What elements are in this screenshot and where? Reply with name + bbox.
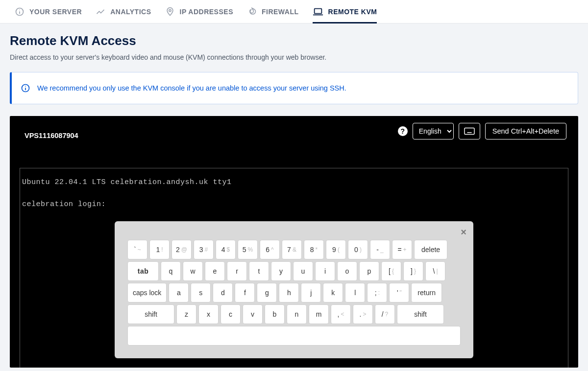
key-capslock[interactable]: caps lock	[127, 283, 167, 302]
keyboard-row-3: caps lockasdfghjkl;:'"return	[127, 283, 461, 302]
tab-analytics[interactable]: ANALYTICS	[96, 0, 151, 23]
keyboard-row-4: shiftzxcvbnm,<.>/?shift	[127, 304, 461, 324]
key-l[interactable]: l	[345, 283, 365, 302]
keyboard-icon	[464, 127, 475, 135]
key-s[interactable]: s	[191, 283, 211, 302]
key-g[interactable]: g	[257, 283, 277, 302]
svg-rect-9	[465, 128, 474, 135]
language-select[interactable]: English	[413, 123, 454, 139]
svg-rect-4	[314, 8, 321, 13]
kvm-header: VPS1116087904 ? English Send Ctrl+Alt+De…	[10, 116, 578, 139]
key-tab[interactable]: tab	[127, 261, 159, 281]
key-x[interactable]: x	[198, 304, 219, 324]
keyboard-row-space	[127, 326, 461, 346]
tab-label: IP ADDRESSES	[180, 8, 233, 16]
tab-label: YOUR SERVER	[29, 8, 82, 16]
key-shift[interactable]: shift	[397, 304, 444, 324]
key-k[interactable]: k	[323, 283, 343, 302]
key-7[interactable]: 7&	[282, 240, 302, 259]
key-8[interactable]: 8*	[304, 240, 324, 259]
key-sym[interactable]: \|	[425, 261, 445, 281]
key-o[interactable]: o	[337, 261, 357, 281]
button-label: Send Ctrl+Alt+Delete	[492, 127, 559, 135]
toggle-keyboard-button[interactable]	[459, 123, 480, 139]
flame-icon	[247, 7, 257, 17]
key-space[interactable]	[127, 326, 461, 346]
page-content: Remote KVM Access Direct access to your …	[0, 23, 588, 368]
laptop-icon	[313, 7, 323, 17]
key-f[interactable]: f	[235, 283, 255, 302]
key-v[interactable]: v	[243, 304, 263, 324]
trend-icon	[96, 7, 105, 17]
kvm-controls: ? English Send Ctrl+Alt+Delete	[398, 123, 566, 139]
page-description: Direct access to your server's keyboard …	[10, 53, 578, 61]
tab-ip-addresses[interactable]: IP ADDRESSES	[165, 0, 233, 23]
key-4[interactable]: 4$	[216, 240, 236, 259]
onscreen-keyboard: × `~1!2@3#4$5%6^7&8*9(0)-_=+delete tabqw…	[115, 221, 473, 358]
svg-point-8	[25, 86, 26, 87]
info-icon	[15, 7, 24, 17]
key-z[interactable]: z	[176, 304, 196, 324]
location-icon	[165, 7, 175, 17]
key-j[interactable]: j	[301, 283, 321, 302]
tab-firewall[interactable]: FIREWALL	[247, 0, 299, 23]
info-banner: We recommend you only use the KVM consol…	[10, 72, 578, 104]
keyboard-row-1: `~1!2@3#4$5%6^7&8*9(0)-_=+delete	[127, 240, 461, 259]
key-y[interactable]: y	[271, 261, 291, 281]
key-shift[interactable]: shift	[127, 304, 174, 324]
key-w[interactable]: w	[183, 261, 203, 281]
key-sym[interactable]: ;:	[367, 283, 387, 302]
info-icon	[21, 83, 30, 93]
terminal-frame[interactable]: Ubuntu 22.04.1 LTS celebration.andysh.uk…	[20, 168, 568, 368]
key-q[interactable]: q	[161, 261, 181, 281]
key-sym[interactable]: [{	[381, 261, 401, 281]
key-sym[interactable]: =+	[392, 240, 412, 259]
tab-remote-kvm[interactable]: REMOTE KVM	[313, 0, 377, 23]
key-5[interactable]: 5%	[238, 240, 258, 259]
key-delete[interactable]: delete	[414, 240, 447, 259]
key-1[interactable]: 1!	[149, 240, 170, 259]
terminal-output: Ubuntu 22.04.1 LTS celebration.andysh.uk…	[22, 177, 566, 210]
key-sym[interactable]: '"	[389, 283, 409, 302]
key-sym[interactable]: /?	[375, 304, 395, 324]
key-return[interactable]: return	[411, 283, 442, 302]
tab-label: FIREWALL	[262, 8, 299, 16]
svg-point-2	[19, 9, 20, 10]
key-p[interactable]: p	[359, 261, 379, 281]
key-sym[interactable]: .>	[353, 304, 373, 324]
svg-point-3	[169, 9, 171, 11]
page-title: Remote KVM Access	[10, 33, 578, 48]
key-c[interactable]: c	[220, 304, 241, 324]
key-3[interactable]: 3#	[194, 240, 214, 259]
key-h[interactable]: h	[279, 283, 299, 302]
server-id: VPS1116087904	[24, 123, 78, 139]
key-m[interactable]: m	[309, 304, 329, 324]
key-n[interactable]: n	[287, 304, 307, 324]
key-e[interactable]: e	[205, 261, 225, 281]
key-i[interactable]: i	[315, 261, 335, 281]
key-6[interactable]: 6^	[260, 240, 280, 259]
key-sym[interactable]: ,<	[331, 304, 351, 324]
key-9[interactable]: 9(	[326, 240, 346, 259]
key-sym[interactable]: -_	[370, 240, 390, 259]
key-0[interactable]: 0)	[348, 240, 368, 259]
keyboard-row-2: tabqwertyuiop[{]}\|	[127, 261, 461, 281]
key-r[interactable]: r	[227, 261, 247, 281]
tab-your-server[interactable]: YOUR SERVER	[15, 0, 82, 23]
key-2[interactable]: 2@	[172, 240, 192, 259]
key-sym[interactable]: ]}	[403, 261, 423, 281]
send-ctrl-alt-delete-button[interactable]: Send Ctrl+Alt+Delete	[485, 123, 566, 139]
tab-bar: YOUR SERVER ANALYTICS IP ADDRESSES FIREW…	[0, 0, 588, 23]
key-b[interactable]: b	[265, 304, 285, 324]
tab-label: REMOTE KVM	[328, 8, 377, 16]
key-u[interactable]: u	[293, 261, 313, 281]
key-a[interactable]: a	[169, 283, 189, 302]
tab-label: ANALYTICS	[110, 8, 151, 16]
help-icon[interactable]: ?	[398, 126, 408, 136]
kvm-panel: VPS1116087904 ? English Send Ctrl+Alt+De…	[10, 116, 578, 368]
close-keyboard-button[interactable]: ×	[461, 227, 466, 237]
key-d[interactable]: d	[213, 283, 233, 302]
key-sym[interactable]: `~	[127, 240, 147, 259]
banner-text: We recommend you only use the KVM consol…	[37, 84, 346, 92]
key-t[interactable]: t	[249, 261, 269, 281]
